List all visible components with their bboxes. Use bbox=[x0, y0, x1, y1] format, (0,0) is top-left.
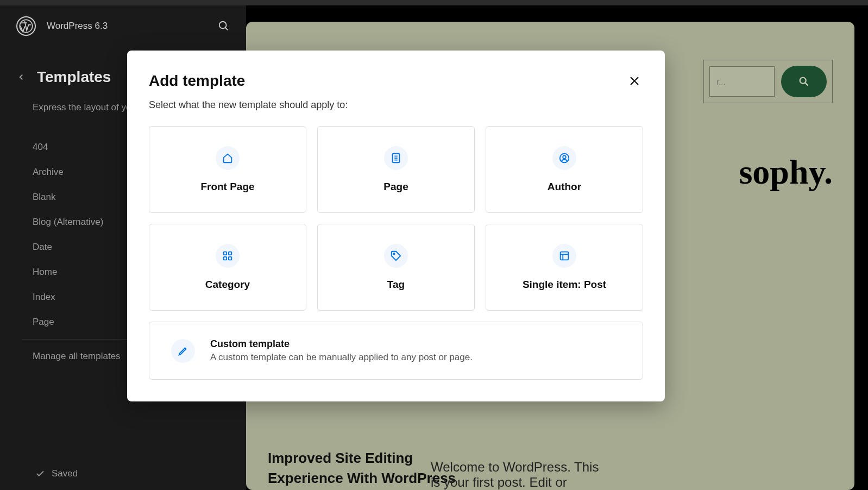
saved-indicator: Saved bbox=[16, 447, 230, 479]
svg-rect-6 bbox=[224, 252, 227, 255]
svg-point-1 bbox=[219, 22, 227, 29]
template-option-label: Front Page bbox=[200, 181, 254, 193]
site-title: WordPress 6.3 bbox=[47, 21, 207, 32]
template-option-label: Category bbox=[205, 279, 250, 291]
preview-search-button[interactable] bbox=[781, 66, 827, 97]
search-icon[interactable] bbox=[218, 20, 230, 32]
svg-point-10 bbox=[393, 253, 395, 255]
page-icon bbox=[384, 146, 408, 170]
svg-rect-7 bbox=[229, 252, 232, 255]
template-option-author[interactable]: Author bbox=[486, 126, 643, 213]
post-icon bbox=[552, 244, 576, 268]
template-option-front-page[interactable]: Front Page bbox=[149, 126, 306, 213]
svg-point-5 bbox=[563, 155, 566, 159]
svg-rect-8 bbox=[224, 257, 227, 260]
preview-search-bar bbox=[703, 60, 833, 103]
template-option-label: Author bbox=[548, 181, 581, 193]
modal-subtitle: Select what the new template should appl… bbox=[149, 99, 643, 111]
custom-template-description: A custom template can be manually applie… bbox=[210, 352, 473, 363]
close-button[interactable] bbox=[626, 72, 643, 90]
saved-label: Saved bbox=[52, 468, 78, 479]
preview-heading: sophy. bbox=[739, 152, 833, 192]
svg-rect-11 bbox=[561, 252, 569, 260]
wordpress-logo-icon[interactable] bbox=[16, 16, 36, 36]
tag-icon bbox=[384, 244, 408, 268]
preview-excerpt-line2: is your first post. Edit or bbox=[431, 475, 605, 490]
custom-template-title: Custom template bbox=[210, 338, 473, 350]
check-icon bbox=[35, 469, 45, 479]
template-grid: Front Page Page Author Category Tag bbox=[149, 126, 643, 311]
category-icon bbox=[216, 244, 240, 268]
template-option-tag[interactable]: Tag bbox=[317, 224, 475, 311]
template-option-label: Single item: Post bbox=[523, 279, 606, 291]
sidebar-header: WordPress 6.3 bbox=[16, 16, 230, 36]
svg-rect-9 bbox=[229, 257, 232, 260]
template-option-label: Tag bbox=[387, 279, 405, 291]
author-icon bbox=[552, 146, 576, 170]
add-template-modal: Add template Select what the new templat… bbox=[127, 51, 665, 401]
modal-title: Add template bbox=[149, 72, 245, 90]
template-option-page[interactable]: Page bbox=[317, 126, 475, 213]
page-title: Templates bbox=[37, 68, 111, 86]
template-option-label: Page bbox=[383, 181, 408, 193]
template-option-single-post[interactable]: Single item: Post bbox=[486, 224, 643, 311]
preview-search-input[interactable] bbox=[709, 66, 775, 97]
pencil-icon bbox=[171, 339, 195, 363]
home-icon bbox=[216, 146, 240, 170]
template-option-category[interactable]: Category bbox=[149, 224, 306, 311]
preview-excerpt-line1: Welcome to WordPress. This bbox=[431, 460, 605, 475]
back-button[interactable] bbox=[16, 72, 26, 82]
template-option-custom[interactable]: Custom template A custom template can be… bbox=[149, 322, 643, 380]
preview-excerpt: Welcome to WordPress. This is your first… bbox=[431, 460, 605, 490]
